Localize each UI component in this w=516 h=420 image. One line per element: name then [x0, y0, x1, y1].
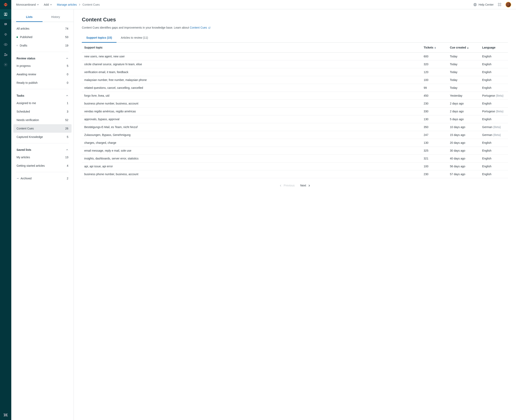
sidebar-item-captured-knowledge[interactable]: Captured Knowledge5: [13, 133, 72, 141]
cell-tickets: 120: [421, 68, 447, 76]
table-row[interactable]: business phone number, business, account…: [82, 100, 508, 107]
sort-icon: ▲▼: [434, 47, 436, 49]
cell-topic: new users, new agent, new user: [82, 52, 421, 60]
sidebar-item-awaiting-review[interactable]: Awaiting review0: [13, 70, 72, 79]
sidebar-item-count: 5: [67, 135, 68, 139]
sidebar-item-drafts[interactable]: Drafts 19: [13, 41, 72, 50]
table-row[interactable]: Bestätigungs-E-Mail, es Team, nicht hinz…: [82, 123, 508, 131]
cell-created: 57 days ago: [447, 170, 480, 178]
cell-created: 15 days ago: [447, 131, 480, 139]
column-language[interactable]: Language: [480, 43, 508, 52]
cell-topic: verification email, it team, feedback: [82, 68, 421, 76]
sidebar-item-count: 0: [67, 73, 68, 76]
tab-support-topics[interactable]: Support topics (15): [82, 34, 116, 43]
cell-tickets: 320: [421, 60, 447, 68]
breadcrumb-link[interactable]: Manage articles: [57, 3, 77, 6]
table-row[interactable]: forgo livre, livea, uid450YesterdayPortu…: [82, 92, 508, 100]
tab-history[interactable]: History: [43, 13, 69, 22]
cell-created: 20 days ago: [447, 139, 480, 147]
column-support-topic[interactable]: Support topic: [82, 43, 421, 52]
sidebar: Lists History All articles 74 Published …: [11, 9, 74, 420]
section-review-status[interactable]: Review status: [13, 54, 72, 62]
avatar[interactable]: [506, 2, 511, 8]
table-row[interactable]: cécile channel source, signature hi team…: [82, 60, 508, 68]
rail-articles-icon[interactable]: [0, 9, 11, 19]
cell-created: 2 days ago: [447, 107, 480, 115]
pager-previous: Previous: [280, 184, 294, 187]
sidebar-item-archived[interactable]: ⇥Archived 2: [13, 174, 72, 183]
tab-lists[interactable]: Lists: [16, 13, 43, 22]
sidebar-item-assigned[interactable]: Assigned to me1: [13, 99, 72, 107]
table-row[interactable]: malaysian number, free number, malaysian…: [82, 76, 508, 84]
table-row[interactable]: approvals, bypass, approval1305 days ago…: [82, 115, 508, 123]
svg-rect-9: [6, 55, 8, 56]
pager-next[interactable]: Next: [300, 184, 310, 187]
chevron-up-icon: [66, 149, 68, 151]
sidebar-item-published[interactable]: Published 53: [13, 33, 72, 41]
sidebar-item-count: 0: [67, 81, 68, 84]
table-row[interactable]: charges, charged, charge13020 days agoEn…: [82, 139, 508, 147]
sidebar-item-needs-verification[interactable]: Needs verification52: [13, 116, 72, 124]
sidebar-item-content-cues[interactable]: Content Cues26: [13, 124, 72, 133]
svg-point-10: [5, 64, 6, 65]
cell-tickets: 330: [421, 107, 447, 115]
chevron-right-icon: [79, 4, 80, 6]
column-tickets[interactable]: Tickets▲▼: [421, 43, 447, 52]
sidebar-item-scheduled[interactable]: Scheduled3: [13, 107, 72, 116]
rail-alert-icon[interactable]: [0, 19, 11, 30]
table-row[interactable]: vendas região américas, região américas3…: [82, 107, 508, 115]
table-row[interactable]: verification email, it team, feedback120…: [82, 68, 508, 76]
table-row[interactable]: email message, reply e mail, sole use325…: [82, 147, 508, 155]
brand-dropdown[interactable]: Monocambrand: [16, 3, 39, 6]
cell-created: 56 days ago: [447, 163, 480, 170]
column-cue-created[interactable]: Cue created▲▼: [447, 43, 480, 52]
table-row[interactable]: Zulassungen, Bypass, Genehmigung24715 da…: [82, 131, 508, 139]
cell-language: Portugese (Beta): [480, 107, 508, 115]
cell-tickets: 100: [421, 163, 447, 170]
rail-arrange-icon[interactable]: [0, 30, 11, 39]
sidebar-item-in-progress[interactable]: In progress5: [13, 62, 72, 70]
sidebar-item-count: 13: [65, 156, 68, 159]
product-logo[interactable]: [0, 0, 11, 9]
apps-icon[interactable]: [498, 3, 501, 6]
sidebar-item-count: 74: [65, 27, 68, 30]
tab-articles-to-review[interactable]: Articles to review (11): [116, 34, 153, 43]
help-center-link[interactable]: Help Center: [473, 3, 494, 7]
cell-language: English: [480, 170, 508, 178]
table-row[interactable]: related questions, cancel, cancelling, c…: [82, 84, 508, 92]
cell-topic: malaysian number, free number, malaysian…: [82, 76, 421, 84]
rail-zendesk-icon[interactable]: [0, 410, 11, 420]
cell-language: English: [480, 84, 508, 92]
table-row[interactable]: new users, new agent, new user600TodayEn…: [82, 52, 508, 60]
table-row[interactable]: api, api issue, api error10056 days agoE…: [82, 163, 508, 170]
section-saved-lists[interactable]: Saved lists: [13, 145, 72, 153]
status-dot-published: [16, 37, 18, 38]
add-dropdown[interactable]: Add: [44, 3, 52, 6]
sidebar-item-getting-started[interactable]: Getting started articles4: [13, 161, 72, 170]
rail-settings-icon[interactable]: [0, 60, 11, 70]
section-title: Saved lists: [16, 148, 31, 151]
sidebar-item-all-articles[interactable]: All articles 74: [13, 24, 72, 33]
cell-tickets: 230: [421, 100, 447, 107]
table-row[interactable]: business phone number, business, account…: [82, 170, 508, 178]
sidebar-item-label: Scheduled: [16, 110, 30, 113]
svg-rect-5: [4, 34, 7, 35]
cell-language: English: [480, 76, 508, 84]
cell-language: English: [480, 52, 508, 60]
chevron-up-icon: [66, 94, 68, 97]
section-title: Review status: [16, 57, 35, 60]
sidebar-item-my-articles[interactable]: My articles13: [13, 153, 72, 161]
svg-point-12: [475, 4, 476, 5]
rail-user-lock-icon[interactable]: [0, 50, 11, 60]
table-row[interactable]: insights, dashboards, server error, stat…: [82, 155, 508, 163]
cell-tickets: 321: [421, 155, 447, 163]
sidebar-item-ready-to-publish[interactable]: Ready to publish0: [13, 79, 72, 87]
cell-created: Today: [447, 68, 480, 76]
section-tasks[interactable]: Tasks: [13, 91, 72, 99]
add-label: Add: [44, 3, 49, 6]
cell-created: Today: [447, 76, 480, 84]
cell-topic: approvals, bypass, approval: [82, 115, 421, 123]
chevron-up-icon: [66, 57, 68, 60]
content-cues-learn-link[interactable]: Content Cues: [190, 26, 211, 29]
rail-eye-icon[interactable]: [0, 39, 11, 50]
